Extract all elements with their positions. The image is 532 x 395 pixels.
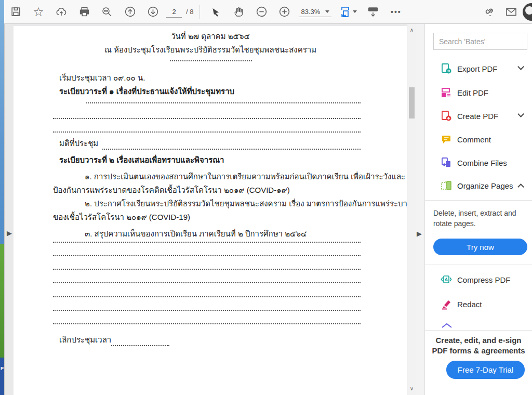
doc-item2-line2: ของเชื้อไวรัสโคโรนา ๒๐๑๙ (COVID-19) — [53, 211, 190, 223]
toolbar-hide-icon — [367, 6, 379, 18]
selection-tool-button[interactable] — [206, 2, 225, 22]
doc-date-line: วันที่ ๒๗ ตุลาคม ๒๕๖๔ — [14, 30, 407, 43]
tool-label: Redact — [457, 300, 482, 309]
compress-pdf-icon — [440, 273, 453, 286]
pdf-page: วันที่ ๒๗ ตุลาคม ๒๕๖๔ ณ ห้องประชุมโรงเรี… — [14, 26, 407, 395]
tool-label: Comment — [457, 135, 491, 144]
promo-title: Create, edit, and e-sign PDF forms & agr… — [432, 335, 525, 356]
tool-label: Export PDF — [457, 64, 498, 73]
doc-venue-line: ณ ห้องประชุมโรงเรียนพระปริยัติธรรมวัดไชย… — [14, 44, 407, 56]
chevron-down-icon — [325, 10, 329, 13]
dotted-line — [53, 282, 361, 283]
desktop-icon-partial: P — [0, 358, 4, 395]
search-icon — [101, 6, 113, 18]
share-link-icon — [482, 6, 495, 18]
scroll-down-button[interactable]: ∨ — [407, 385, 416, 393]
tool-edit-pdf[interactable]: Edit PDF — [425, 84, 532, 101]
zoom-in-button[interactable] — [274, 2, 294, 22]
doc-resolution-label: มติที่ประชุม — [59, 137, 98, 150]
tools-pane-handle[interactable]: ▶ — [417, 230, 422, 238]
create-pdf-icon — [440, 110, 453, 122]
minus-circle-icon — [256, 6, 268, 18]
share-link-button[interactable] — [478, 2, 498, 22]
profile-avatar[interactable] — [523, 3, 532, 21]
panel-divider — [425, 330, 532, 331]
tool-export-pdf[interactable]: Export PDF — [425, 60, 532, 77]
save-button[interactable] — [6, 2, 25, 22]
tool-redact[interactable]: Redact — [425, 296, 532, 312]
cloud-upload-button[interactable] — [51, 2, 71, 22]
tool-create-pdf[interactable]: Create PDF — [425, 108, 532, 124]
chevron-down-icon — [353, 10, 357, 13]
hand-tool-button[interactable] — [229, 2, 248, 22]
more-tools-button[interactable]: ••• — [386, 2, 406, 22]
dotted-line — [53, 242, 361, 243]
desktop-icon-letter: P — [1, 366, 4, 371]
zoom-level-value: 83.3% — [301, 8, 320, 16]
wallpaper-sky — [0, 0, 4, 244]
chevron-down-icon — [517, 111, 524, 117]
tool-combine-files[interactable]: Combine Files — [425, 154, 532, 171]
pointer-icon — [210, 7, 221, 17]
circle-arrow-down-icon — [147, 6, 159, 18]
fit-width-button[interactable] — [336, 2, 360, 22]
export-pdf-icon — [440, 62, 453, 75]
doc-agenda2-title: ระเบียบวาระที่ ๒ เรื่องเสนอเพื่อทราบและพ… — [59, 154, 224, 166]
nav-pane-handle[interactable]: ▶ — [7, 227, 14, 240]
chevron-down-icon — [517, 63, 524, 70]
scroll-thumb[interactable] — [409, 87, 415, 118]
redact-icon — [440, 298, 453, 310]
page-number-input[interactable] — [166, 6, 182, 18]
tool-comment[interactable]: Comment — [425, 131, 532, 148]
zoom-level-dropdown[interactable]: 83.3% — [299, 7, 331, 17]
panel-divider — [425, 265, 532, 265]
desktop-wallpaper: P — [0, 0, 4, 395]
zoom-out-button[interactable] — [251, 2, 271, 22]
scroll-up-button[interactable]: ∧ — [407, 26, 416, 34]
tool-label: Create PDF — [457, 112, 498, 121]
doc-item1-line2: ป้องกันการแพร่ระบาดของโรคติดเชื้อไวรัสโค… — [53, 184, 290, 196]
vertical-scrollbar[interactable]: ∧ ∨ — [407, 24, 416, 395]
cloud-upload-icon — [56, 6, 67, 18]
dotted-line — [53, 310, 361, 311]
ellipsis-icon: ••• — [391, 8, 402, 16]
hide-toolbar-button[interactable] — [363, 2, 383, 22]
chevron-up-icon — [517, 183, 524, 190]
find-button[interactable] — [97, 2, 117, 22]
tools-search-input[interactable] — [434, 33, 527, 49]
dotted-line — [53, 296, 361, 297]
doc-agenda1-title: ระเบียบวาระที่ ๑ เรื่องที่ประธานแจ้งให้ท… — [59, 85, 234, 98]
hand-icon — [233, 6, 244, 18]
previous-page-button[interactable] — [120, 2, 140, 22]
doc-item3-line: ๓. สรุปความเห็นของการเปิดเรียน ภาคเรียนท… — [85, 228, 307, 240]
toolbar: ☆ / 8 — [4, 0, 532, 24]
email-button[interactable] — [501, 2, 521, 22]
try-now-button[interactable]: Try now — [433, 239, 527, 255]
wallpaper-grass — [0, 244, 4, 358]
dotted-leader — [111, 336, 169, 346]
star-button[interactable]: ☆ — [29, 2, 48, 22]
document-pane: วันที่ ๒๗ ตุลาคม ๒๕๖๔ ณ ห้องประชุมโรงเรี… — [4, 24, 416, 395]
dotted-line — [170, 60, 252, 61]
organize-pages-icon — [440, 179, 453, 192]
print-button[interactable] — [74, 2, 94, 22]
envelope-icon — [505, 6, 517, 18]
combine-files-icon — [440, 156, 453, 169]
toolbar-separator — [200, 5, 200, 19]
doc-resolution-row: มติที่ประชุม — [59, 137, 361, 150]
doc-end-time-row: เลิกประชุมเวลา — [59, 334, 169, 346]
doc-item2-line1: ๒. ประกาศโรงเรียนพระปริยัติธรรมวัดไชยชุม… — [85, 198, 413, 210]
dotted-line — [53, 131, 361, 133]
free-trial-button[interactable]: Free 7-Day Trial — [446, 361, 525, 379]
dotted-line — [86, 102, 361, 103]
tool-compress-pdf[interactable]: Compress PDF — [425, 271, 532, 288]
print-icon — [79, 6, 90, 17]
save-icon — [10, 6, 21, 17]
next-page-button[interactable] — [143, 2, 163, 22]
organize-pages-description: Delete, insert, extract and rotate pages… — [433, 208, 516, 229]
tools-search — [433, 33, 527, 50]
tools-pane-gutter: ▶ — [416, 24, 425, 395]
star-icon: ☆ — [33, 6, 44, 18]
dotted-line — [53, 269, 361, 270]
tool-organize-pages[interactable]: Organize Pages — [425, 177, 532, 194]
